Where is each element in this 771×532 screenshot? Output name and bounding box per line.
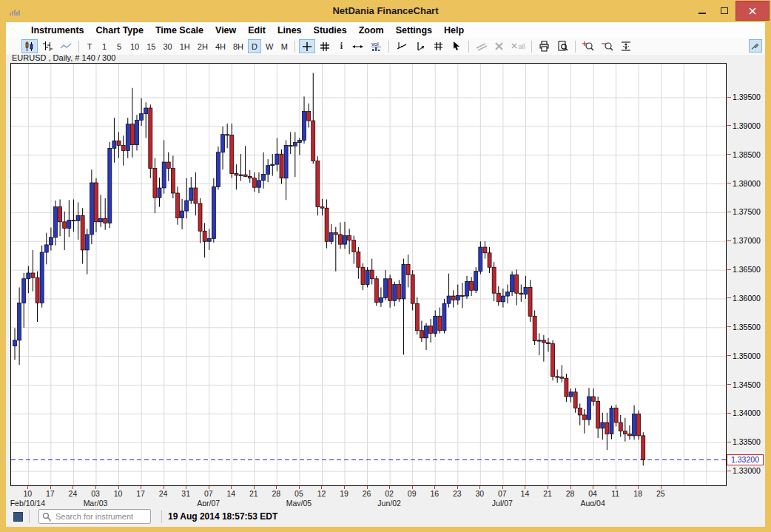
timeframe-button-8h[interactable]: 8H [230,39,246,53]
y-axis-label: 1.39000 [727,121,761,131]
timeframe-button-15[interactable]: 15 [144,39,158,53]
timeframe-button-4h[interactable]: 4H [212,39,229,53]
menu-item-lines[interactable]: Lines [272,24,308,36]
menu-item-chart-type[interactable]: Chart Type [90,24,149,36]
menu-item-zoom[interactable]: Zoom [353,24,390,36]
search-icon [42,512,52,522]
y-axis-label: 1.34000 [727,408,761,418]
vertical-line-icon [414,41,425,52]
x-axis: 1017240310172431071421280512192602091623… [6,486,765,506]
x-axis-week-label: 17 [136,489,145,498]
print-button[interactable] [536,39,553,53]
zoom-in-button[interactable] [579,39,597,53]
maximize-button[interactable] [713,1,735,20]
chart-header-label: EURUSD , Daily, # 140 / 300 [12,53,115,62]
menu-item-settings[interactable]: Settings [390,24,438,36]
delete-button [491,39,507,53]
candles-svg[interactable] [11,64,726,485]
y-axis-tick [727,326,731,327]
x-axis-week-label: 24 [159,489,168,498]
timeframe-button-5[interactable]: 5 [112,39,126,53]
remove-drawings-button [473,39,490,53]
toolbar-separator [388,41,389,53]
status-bar: 19 Aug 2014 18:57:53 EDT [6,506,765,527]
toolbar-separator [294,41,295,53]
y-axis-tick [727,125,731,126]
menu-item-edit[interactable]: Edit [242,24,272,36]
x-axis-week-label: 02 [385,489,394,498]
delete-all-icon [511,43,517,50]
menu-item-view[interactable]: View [209,24,242,36]
expand-horizontal-icon [352,43,363,50]
x-axis-week-label: 24 [69,489,78,498]
parallel-lines-icon [433,41,444,52]
x-axis-week-label: 28 [566,489,575,498]
print-preview-button[interactable] [554,39,571,53]
timeframe-button-2h[interactable]: 2H [195,39,211,53]
y-axis-tick [727,269,731,270]
menu-item-help[interactable]: Help [438,24,470,36]
close-button[interactable] [735,1,770,21]
y-axis-label: 1.35000 [727,351,761,361]
toolbar-separator [468,41,469,53]
x-axis-week-label: 31 [181,489,190,498]
y-axis-tick [727,212,731,212]
y-axis-label: 1.37000 [727,235,761,246]
chart-plot-area[interactable] [10,63,727,486]
y-axis-label: 1.33000 [727,465,761,476]
toolbar: T151015301H2H4H8HDWM i vol [6,38,765,55]
pointer-arrow-icon [451,41,462,52]
timeframe-button-w[interactable]: W [263,39,276,53]
menu-item-studies[interactable]: Studies [308,24,353,36]
maximize-icon [721,7,728,14]
volume-button[interactable]: vol [368,39,385,53]
parallel-lines-button[interactable] [430,39,447,53]
trend-line-button[interactable] [393,39,410,53]
y-axis-tick [727,471,731,471]
x-axis-week-label: 05 [294,489,303,498]
search-input[interactable] [38,509,151,524]
timeframe-group: T151015301H2H4H8HDWM [82,39,292,53]
timeframe-button-30[interactable]: 30 [161,39,175,53]
expand-horizontal-button[interactable] [349,39,366,53]
timeframe-button-t[interactable]: T [83,39,96,53]
minimize-button[interactable] [691,1,713,20]
x-axis-week-label: 10 [23,489,32,498]
x-axis-week-label: 14 [226,489,235,498]
fit-scale-button[interactable] [618,39,634,53]
trend-line-icon [396,41,407,52]
delete-all-label: all [518,43,525,50]
timeframe-button-m[interactable]: M [277,39,291,53]
window-title: NetDania FinanceChart [0,0,771,22]
chart-type-candlestick-button[interactable] [21,39,38,53]
timeframe-button-1h[interactable]: 1H [177,39,193,53]
status-timestamp: 19 Aug 2014 18:57:53 EDT [168,511,277,522]
x-axis-week-label: 09 [408,489,417,498]
chart-type-bars-button[interactable] [39,39,55,53]
crosshair-button[interactable] [299,39,315,53]
x-axis-week-label: 03 [91,489,100,498]
y-axis-label: 1.37500 [727,206,761,217]
delete-all-button: all [508,39,528,53]
timeframe-button-10[interactable]: 10 [127,39,142,53]
pointer-arrow-button[interactable] [448,39,465,53]
info-button[interactable]: i [334,39,348,53]
fit-scale-icon [621,41,631,52]
menu-item-time-scale[interactable]: Time Scale [149,24,209,36]
timeframe-button-1[interactable]: 1 [98,39,111,53]
chart-type-line-button[interactable] [57,39,75,53]
timeframe-button-d[interactable]: D [248,39,261,53]
zoom-in-icon [582,41,594,52]
vertical-line-button[interactable] [411,39,428,53]
app-window: NetDania FinanceChart InstrumentsChart T… [0,0,771,532]
y-axis-label: 1.35500 [727,322,761,332]
zoom-out-icon [602,41,613,52]
menu-item-instruments[interactable]: Instruments [25,24,90,36]
toolbar-separator [531,41,532,53]
grid-button[interactable] [317,39,333,53]
zoom-out-button[interactable] [599,39,616,53]
y-axis-tick [727,297,731,298]
x-axis-week-label: 16 [430,489,439,498]
remove-drawings-icon [476,41,487,51]
statusbar-separator [29,510,30,523]
